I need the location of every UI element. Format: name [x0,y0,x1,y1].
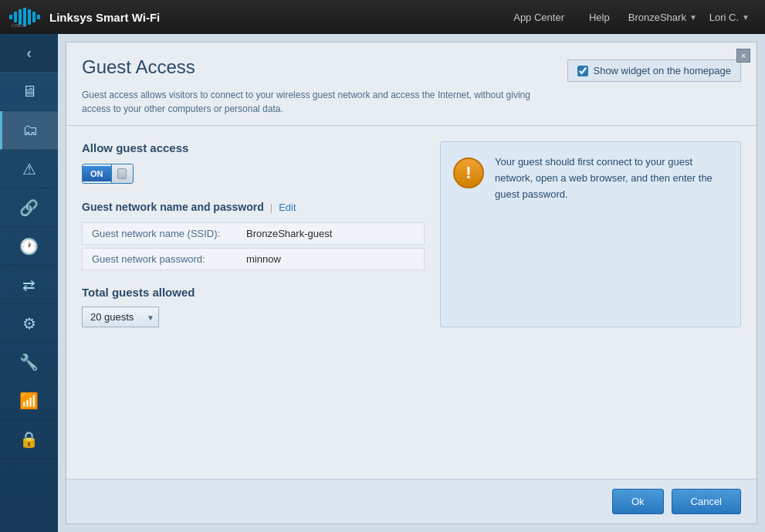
show-widget-toggle[interactable]: Show widget on the homepage [567,59,741,82]
toggle-on-label: ON [83,166,111,181]
brand-title: Linksys Smart Wi-Fi [49,11,160,24]
sidebar: ‹ 🖥 🗂 ⚠ 🔗 🕐 ⇄ ⚙ 🔧 📶 🔒 [0,34,58,532]
monitor-icon: 🖥 [22,83,37,100]
sidebar-item-tools[interactable]: 🔧 [0,343,58,381]
guests-select-wrapper: 5 guests 10 guests 15 guests 20 guests 2… [82,307,159,327]
cisco-logo: CISCO Linksys Smart Wi-Fi [9,5,160,29]
sidebar-item-transfer[interactable]: ⇄ [0,266,58,304]
panel-footer: Ok Cancel [66,479,757,524]
clock-icon: 🕐 [19,237,39,256]
guests-select[interactable]: 5 guests 10 guests 15 guests 20 guests 2… [82,307,159,327]
panel-header: Guest Access Show widget on the homepage… [66,42,757,126]
warning-circle-icon: ! [453,158,484,188]
info-message: Your guest should first connect to your … [495,154,728,202]
wifi-icon: 📶 [19,391,39,410]
svg-rect-0 [9,15,12,19]
allow-guest-section-title: Allow guest access [82,141,425,154]
tools-icon: 🔧 [19,353,39,371]
left-column: Allow guest access ON Guest network name… [82,141,425,327]
page-title: Guest Access [82,56,195,78]
sidebar-item-schedule[interactable]: 🕐 [0,227,58,266]
info-box: ! Your guest should first connect to you… [440,141,741,327]
ok-button[interactable]: Ok [612,489,664,514]
network-section-title: Guest network name and password [82,201,264,213]
sidebar-item-monitor[interactable]: 🖥 [0,73,58,111]
network-section-header: Guest network name and password | Edit [82,201,425,213]
network-info-section: Guest network name and password | Edit G… [82,201,425,270]
password-value: minnow [246,253,281,265]
gear-icon: ⚙ [22,314,36,333]
total-guests-title: Total guests allowed [82,286,425,299]
svg-rect-4 [28,9,31,25]
content-panel: × Guest Access Show widget on the homepa… [66,42,757,524]
warning-icon: ⚠ [22,160,36,178]
panel-header-top: Guest Access Show widget on the homepage [82,56,741,82]
apps-icon: 🗂 [22,121,38,139]
cisco-logo-svg: CISCO [9,5,43,29]
edit-separator: | [270,202,272,213]
sidebar-item-settings[interactable]: ⚙ [0,304,58,343]
toggle-handle-bar [117,168,127,179]
top-navigation: CISCO Linksys Smart Wi-Fi App Center Hel… [0,0,765,34]
svg-rect-2 [19,9,22,25]
password-row: Guest network password: minnow [82,248,425,270]
svg-rect-1 [14,12,17,22]
sidebar-item-security[interactable]: 🔒 [0,420,58,459]
bronzeshark-arrow: ▼ [689,13,697,22]
user-arrow: ▼ [742,13,750,22]
sidebar-item-apps[interactable]: 🗂 [0,111,58,150]
shield-icon: 🔒 [19,430,39,449]
user-menu[interactable]: Lori C. ▼ [703,12,756,23]
svg-text:CISCO: CISCO [12,23,26,28]
show-widget-checkbox[interactable] [577,66,588,76]
ssid-value: BronzeShark-guest [246,228,332,239]
password-label: Guest network password: [92,253,246,265]
sidebar-item-wifi[interactable]: 📶 [0,381,58,420]
svg-rect-5 [32,12,36,22]
cancel-button[interactable]: Cancel [672,489,741,514]
toggle-handle [111,164,133,183]
total-guests-section: Total guests allowed 5 guests 10 guests … [82,286,425,327]
sidebar-item-connectivity[interactable]: 🔗 [0,188,58,227]
ssid-row: Guest network name (SSID): BronzeShark-g… [82,222,425,245]
layout: ‹ 🖥 🗂 ⚠ 🔗 🕐 ⇄ ⚙ 🔧 📶 🔒 [0,34,765,532]
connectivity-icon: 🔗 [19,198,39,217]
app-center-link[interactable]: App Center [501,12,577,23]
svg-rect-6 [37,15,40,19]
help-link[interactable]: Help [577,12,622,23]
guest-access-toggle[interactable]: ON [82,164,134,184]
transfer-icon: ⇄ [22,276,36,294]
main-grid: Allow guest access ON Guest network name… [82,141,741,327]
widget-label: Show widget on the homepage [593,65,731,76]
sidebar-back-button[interactable]: ‹ [0,34,58,73]
edit-link[interactable]: Edit [279,202,296,213]
main-content: × Guest Access Show widget on the homepa… [58,34,765,532]
ssid-label: Guest network name (SSID): [92,228,246,239]
bronzeshark-menu[interactable]: BronzeShark ▼ [622,12,703,23]
nav-links: App Center Help BronzeShark ▼ Lori C. ▼ [501,12,756,23]
panel-body: Allow guest access ON Guest network name… [66,126,757,479]
close-button[interactable]: × [736,49,750,63]
sidebar-item-warnings[interactable]: ⚠ [0,150,58,188]
panel-description: Guest access allows visitors to connect … [82,88,545,116]
back-arrow-icon: ‹ [26,44,32,62]
